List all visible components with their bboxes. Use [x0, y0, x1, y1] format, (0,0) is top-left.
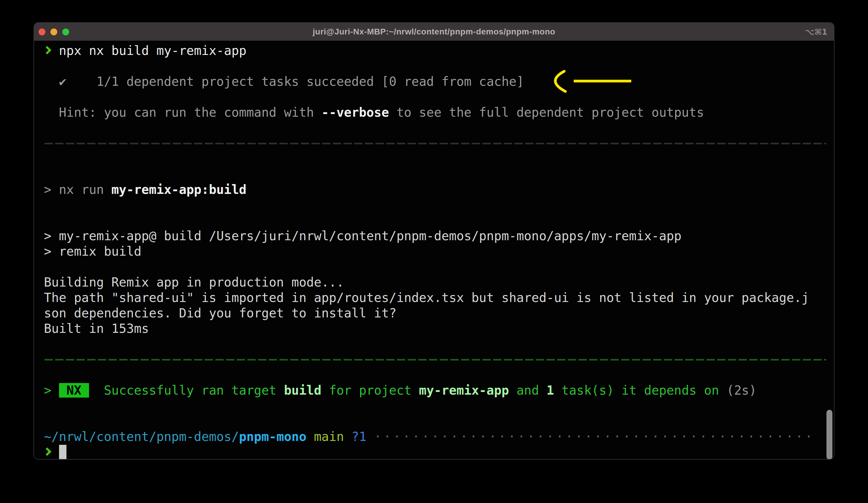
terminal-text-segment: to see the full dependent project output… [389, 105, 704, 120]
terminal-text-segment: Successfully ran target [104, 383, 284, 398]
blank-line [44, 198, 830, 213]
terminal-text-segment: Built in 153ms [44, 321, 149, 336]
blank-line [44, 398, 830, 414]
terminal-text-segment [51, 445, 59, 459]
terminal-text-segment: 1 [546, 383, 554, 398]
terminal-text-segment: my-remix-app [419, 383, 509, 398]
blank-line [44, 167, 830, 182]
nx-badge: NX [59, 383, 89, 398]
terminal-line: > my-remix-app@ build /Users/juri/nrwl/c… [44, 228, 830, 244]
blank-line [44, 414, 830, 429]
terminal-line: The path "shared-ui" is imported in app/… [44, 290, 830, 305]
terminal-text-segment: The path "shared-ui" is imported in app/… [44, 290, 809, 305]
terminal-text-segment: ✔ 1/1 dependent project tasks succeeded … [44, 74, 524, 89]
tab-shortcut-label: ⌥⌘1 [805, 23, 827, 41]
terminal-line: Building Remix app in production mode... [44, 275, 830, 290]
terminal-line: ❯ [44, 444, 830, 460]
terminal-text-segment: build [284, 383, 321, 398]
terminal-output: ❯ npx nx build my-remix-app ✔ 1/1 depend… [44, 43, 830, 460]
terminal-text-segment: main [307, 429, 344, 444]
terminal-text-segment: > [44, 383, 59, 398]
terminal-text-segment: npx nx build my-remix-app [51, 43, 246, 58]
terminal-line: son dependencies. Did you forget to inst… [44, 305, 830, 321]
blank-line [44, 259, 830, 275]
terminal-text-segment: Hint: you can run the command with [44, 105, 322, 120]
terminal-window: juri@Juri-Nx-MBP:~/nrwl/content/pnpm-dem… [33, 22, 835, 460]
terminal-text-segment: ~/nrwl/content/pnpm-demos/ [44, 429, 239, 444]
terminal-cursor [59, 445, 66, 459]
desktop-background: juri@Juri-Nx-MBP:~/nrwl/content/pnpm-dem… [0, 0, 868, 503]
blank-line [44, 151, 830, 167]
blank-line [44, 367, 830, 383]
terminal-text-segment: Building Remix app in production mode... [44, 275, 344, 290]
terminal-line: > NX Successfully ran target build for p… [44, 383, 830, 398]
blank-line [44, 120, 830, 136]
terminal-text-segment [89, 383, 104, 398]
terminal-text-segment: > nx run [44, 182, 112, 197]
separator-line [44, 352, 830, 367]
separator-line [44, 136, 830, 151]
terminal-text-segment: > remix build [44, 244, 142, 259]
terminal-text-segment: for project [322, 383, 419, 398]
terminal-text-segment: pnpm-mono [239, 429, 307, 444]
terminal-text-segment: ?1 [344, 429, 366, 444]
blank-line [44, 336, 830, 352]
terminal-line: ❯ npx nx build my-remix-app [44, 43, 830, 59]
terminal-text-segment: > my-remix-app@ build /Users/juri/nrwl/c… [44, 229, 681, 243]
terminal-text-segment [366, 429, 374, 444]
terminal-text-segment: my-remix-app:build [112, 182, 247, 197]
terminal-line: Hint: you can run the command with --ver… [44, 105, 830, 120]
terminal-line: ~/nrwl/content/pnpm-demos/pnpm-mono main… [44, 429, 830, 444]
terminal-text-segment: --verbose [322, 105, 389, 120]
prompt-chevron-icon: ❯ [44, 43, 51, 58]
terminal-line: > remix build [44, 244, 830, 259]
terminal-text-segment: and [509, 383, 546, 398]
terminal-text-segment: task(s) it depends on [554, 383, 727, 398]
terminal-text-segment: son dependencies. Did you forget to inst… [44, 306, 396, 320]
terminal-line: ✔ 1/1 dependent project tasks succeeded … [44, 74, 830, 89]
titlebar[interactable]: juri@Juri-Nx-MBP:~/nrwl/content/pnpm-dem… [34, 23, 834, 41]
terminal-text-segment: ········································… [374, 429, 815, 444]
prompt-chevron-icon: ❯ [44, 445, 51, 459]
window-title: juri@Juri-Nx-MBP:~/nrwl/content/pnpm-dem… [34, 27, 834, 37]
blank-line [44, 89, 830, 105]
terminal-text-segment: (2s) [726, 383, 756, 398]
blank-line [44, 59, 830, 74]
terminal-line: Built in 153ms [44, 321, 830, 336]
terminal-content[interactable]: ❯ npx nx build my-remix-app ✔ 1/1 depend… [34, 41, 834, 460]
scrollbar-thumb[interactable] [826, 410, 833, 460]
terminal-line: > nx run my-remix-app:build [44, 182, 830, 198]
blank-line [44, 213, 830, 228]
